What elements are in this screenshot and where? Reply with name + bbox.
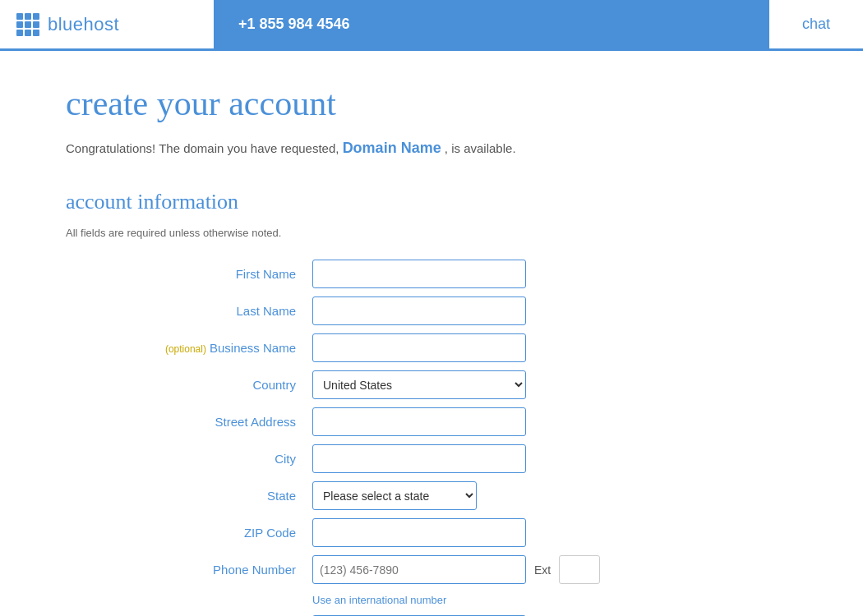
domain-notice-prefix: Congratulations! The domain you have req… (66, 141, 339, 155)
first-name-label: First Name (66, 267, 312, 281)
zip-code-row: ZIP Code (66, 518, 674, 547)
first-name-input[interactable] (312, 260, 526, 288)
logo-text: bluehost (48, 14, 119, 35)
header: bluehost +1 855 984 4546 chat (0, 0, 863, 51)
state-select[interactable]: Please select a state AlabamaAlaskaArizo… (312, 481, 477, 510)
intl-number-link[interactable]: Use an international number (312, 594, 446, 606)
zip-code-label: ZIP Code (66, 526, 312, 540)
last-name-label: Last Name (66, 304, 312, 318)
city-input[interactable] (312, 444, 526, 473)
section-title: account information (66, 190, 674, 214)
business-name-row: (optional)Business Name (66, 333, 674, 362)
business-name-input[interactable] (312, 333, 526, 362)
city-row: City (66, 444, 674, 473)
domain-notice-suffix: , is available. (445, 141, 516, 155)
state-row: State Please select a state AlabamaAlask… (66, 481, 674, 510)
logo-area: bluehost (0, 13, 214, 36)
country-row: Country United States Canada United King… (66, 370, 674, 399)
phone-input-group: Ext (312, 555, 600, 584)
phone-number-label: Phone Number (66, 563, 312, 577)
optional-label: (optional) (165, 343, 206, 355)
intl-link-container: Use an international number (312, 592, 674, 607)
country-label: Country (66, 378, 312, 392)
state-label: State (66, 489, 312, 503)
grid-icon (16, 13, 39, 36)
last-name-input[interactable] (312, 297, 526, 325)
business-name-label: (optional)Business Name (66, 341, 312, 355)
phone-number-row: Phone Number Ext (66, 555, 674, 584)
street-address-row: Street Address (66, 407, 674, 436)
ext-input[interactable] (559, 555, 600, 584)
street-address-input[interactable] (312, 407, 526, 436)
street-address-label: Street Address (66, 415, 312, 429)
page-title: create your account (66, 84, 674, 123)
phone-input[interactable] (312, 555, 526, 584)
ext-label: Ext (534, 563, 551, 577)
first-name-row: First Name (66, 260, 674, 288)
main-content: create your account Congratulations! The… (0, 51, 740, 616)
zip-code-input[interactable] (312, 518, 526, 547)
chat-link[interactable]: chat (769, 16, 863, 33)
required-note: All fields are required unless otherwise… (66, 227, 674, 239)
domain-notice: Congratulations! The domain you have req… (66, 140, 674, 157)
country-select[interactable]: United States Canada United Kingdom Aust… (312, 370, 526, 399)
phone-number: +1 855 984 4546 (238, 16, 350, 33)
domain-name-link[interactable]: Domain Name (343, 140, 441, 156)
city-label: City (66, 452, 312, 466)
header-phone: +1 855 984 4546 (214, 0, 769, 48)
last-name-row: Last Name (66, 297, 674, 325)
